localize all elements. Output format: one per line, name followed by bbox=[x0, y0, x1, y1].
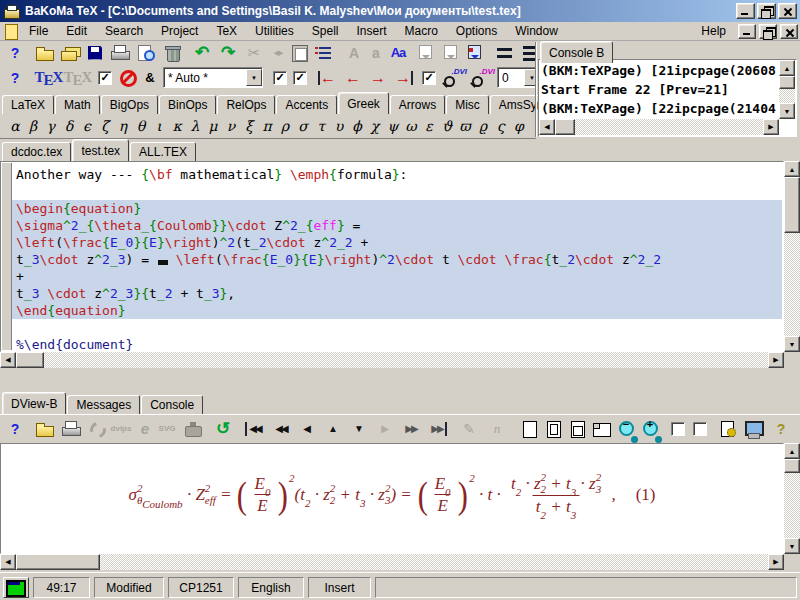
file-tab-test-tex[interactable]: test.tex bbox=[72, 139, 129, 161]
scroll-up-icon[interactable]: ▲ bbox=[784, 443, 800, 459]
compile-icon[interactable]: TEX bbox=[36, 67, 62, 89]
greek-letter[interactable]: ς bbox=[492, 118, 510, 134]
export-text-icon[interactable] bbox=[415, 42, 437, 64]
open-file-icon[interactable] bbox=[34, 42, 56, 64]
ampersand-icon[interactable]: & bbox=[139, 67, 161, 89]
dvi-inverse-search-icon[interactable]: .DVI bbox=[469, 67, 495, 89]
scroll-right-icon[interactable]: ▶ bbox=[768, 352, 784, 368]
first-page-icon[interactable]: ◀◀ bbox=[244, 418, 266, 440]
greek-letter[interactable]: ν bbox=[222, 118, 240, 134]
redo-icon[interactable]: ↷ bbox=[217, 42, 239, 64]
minimize-button[interactable] bbox=[736, 3, 755, 19]
scroll-right-icon[interactable]: ▶ bbox=[763, 119, 779, 135]
abort-compile-icon[interactable] bbox=[117, 67, 139, 89]
symbol-tab-latex[interactable]: LaTeX bbox=[2, 95, 54, 114]
next-error-icon[interactable]: → bbox=[367, 67, 389, 89]
import-text-icon[interactable] bbox=[464, 42, 486, 64]
close-button[interactable] bbox=[778, 3, 797, 19]
viewer-tab-messages[interactable]: Messages bbox=[67, 395, 140, 414]
document-icon[interactable] bbox=[2, 23, 20, 40]
greek-letter[interactable]: ϑ bbox=[438, 118, 456, 134]
scroll-down-icon[interactable]: ▼ bbox=[784, 336, 800, 352]
goto-page-icon[interactable]: n bbox=[486, 418, 508, 440]
menu-macro[interactable]: Macro bbox=[395, 22, 446, 40]
help-icon[interactable]: ? bbox=[4, 418, 26, 440]
scroll-down-icon[interactable]: ▼ bbox=[784, 538, 800, 554]
symbol-tab-math[interactable]: Math bbox=[55, 95, 100, 114]
editor-hscroll[interactable]: ◀▶ bbox=[0, 352, 784, 368]
view-option-1-checkbox[interactable] bbox=[671, 422, 685, 436]
menu-spell[interactable]: Spell bbox=[303, 22, 348, 40]
dvi-forward-search-icon[interactable]: .DVI bbox=[441, 67, 467, 89]
scroll-thumb[interactable] bbox=[784, 177, 800, 233]
dvi-preview[interactable]: σ2θCoulomb · Z2eff = (E0E)2(t2 · z22 + t… bbox=[0, 443, 784, 554]
open-project-icon[interactable] bbox=[59, 42, 81, 64]
scroll-left-icon[interactable]: ◀ bbox=[0, 554, 16, 570]
symbol-tab-binops[interactable]: BinOps bbox=[159, 95, 216, 114]
greek-letter[interactable]: π bbox=[258, 118, 276, 134]
open-dvi-icon[interactable] bbox=[34, 418, 56, 440]
symbol-tab-bigops[interactable]: BigOps bbox=[101, 95, 158, 114]
file-tab-all-tex[interactable]: ALL.TEX bbox=[130, 142, 196, 161]
join-lines-icon[interactable]: ◂▸ bbox=[267, 42, 289, 64]
uppercase-icon[interactable]: A bbox=[343, 42, 365, 64]
menu-window[interactable]: Window bbox=[506, 22, 567, 40]
page-down-icon[interactable]: ▼ bbox=[348, 418, 370, 440]
symbol-tab-greek[interactable]: Greek bbox=[338, 92, 389, 114]
greek-letter[interactable]: τ bbox=[312, 118, 330, 134]
editor-area[interactable]: Another way --- {\bf mathematical} \emph… bbox=[0, 161, 784, 352]
greek-letter[interactable]: ω bbox=[402, 118, 420, 134]
justify-paragraph-icon[interactable] bbox=[494, 42, 516, 64]
page-up-icon[interactable]: ▲ bbox=[322, 418, 344, 440]
about-icon[interactable]: ? bbox=[770, 418, 792, 440]
scroll-left-icon[interactable]: ◀ bbox=[539, 119, 555, 135]
last-error-icon[interactable]: → bbox=[392, 67, 414, 89]
scroll-right-icon[interactable]: ▶ bbox=[768, 554, 784, 570]
menu-tex[interactable]: TeX bbox=[207, 22, 246, 40]
symbol-tab-arrows[interactable]: Arrows bbox=[390, 95, 445, 114]
prev-page-icon[interactable]: ◀ bbox=[296, 418, 318, 440]
justify-document-icon[interactable] bbox=[520, 42, 536, 64]
symbol-tab-relops[interactable]: RelOps bbox=[217, 95, 275, 114]
lowercase-icon[interactable]: a bbox=[365, 42, 387, 64]
scroll-thumb[interactable] bbox=[555, 119, 575, 135]
greek-letter[interactable]: ϖ bbox=[456, 118, 474, 134]
scroll-thumb[interactable] bbox=[16, 554, 100, 570]
greek-letter[interactable]: κ bbox=[168, 118, 186, 134]
menu-insert[interactable]: Insert bbox=[347, 22, 395, 40]
viewer-tab-console[interactable]: Console bbox=[141, 395, 203, 414]
auto-compile-checkbox[interactable]: ✓ bbox=[98, 71, 112, 85]
cut-icon[interactable]: ✂ bbox=[243, 42, 265, 64]
greek-letter[interactable]: ι bbox=[150, 118, 168, 134]
find-in-files-icon[interactable] bbox=[135, 42, 157, 64]
scroll-left-icon[interactable]: ◀ bbox=[0, 352, 16, 368]
stop-compile-icon[interactable]: TEX bbox=[65, 67, 91, 89]
file-tab-dcdoc-tex[interactable]: dcdoc.tex bbox=[2, 142, 71, 161]
next-10-pages-icon[interactable]: ▶▶ bbox=[400, 418, 422, 440]
greek-letter[interactable]: ϵ bbox=[78, 118, 96, 134]
dvi-sync-checkbox[interactable]: ✓ bbox=[422, 71, 436, 85]
restore-button[interactable] bbox=[757, 3, 776, 19]
page-setup-icon[interactable] bbox=[717, 418, 739, 440]
greek-letter[interactable]: μ bbox=[204, 118, 222, 134]
page-outline-icon[interactable] bbox=[542, 418, 564, 440]
preview-vscroll[interactable]: ▲▼ bbox=[784, 443, 800, 554]
paste-icon[interactable] bbox=[289, 42, 311, 64]
zoom-out-icon[interactable] bbox=[615, 418, 637, 440]
menu-edit[interactable]: Edit bbox=[57, 22, 96, 40]
greek-letter[interactable]: ϱ bbox=[474, 118, 492, 134]
save-icon[interactable] bbox=[84, 42, 106, 64]
greek-letter[interactable]: ρ bbox=[276, 118, 294, 134]
undo-icon[interactable]: ↶ bbox=[191, 42, 213, 64]
tab-console-b[interactable]: Console B bbox=[540, 41, 613, 63]
edit-page-icon[interactable]: ✎ bbox=[458, 418, 480, 440]
print-screen-icon[interactable] bbox=[182, 418, 204, 440]
greek-letter[interactable]: γ bbox=[42, 118, 60, 134]
sort-icon[interactable] bbox=[313, 42, 335, 64]
option-a-checkbox[interactable]: ✓ bbox=[273, 71, 287, 85]
export-svg-icon[interactable]: SVG bbox=[156, 418, 178, 440]
menu-options[interactable]: Options bbox=[447, 22, 506, 40]
greek-letter[interactable]: φ bbox=[510, 118, 528, 134]
dropdown-arrow-icon[interactable]: ▼ bbox=[246, 69, 262, 86]
greek-letter[interactable]: ψ bbox=[384, 118, 402, 134]
